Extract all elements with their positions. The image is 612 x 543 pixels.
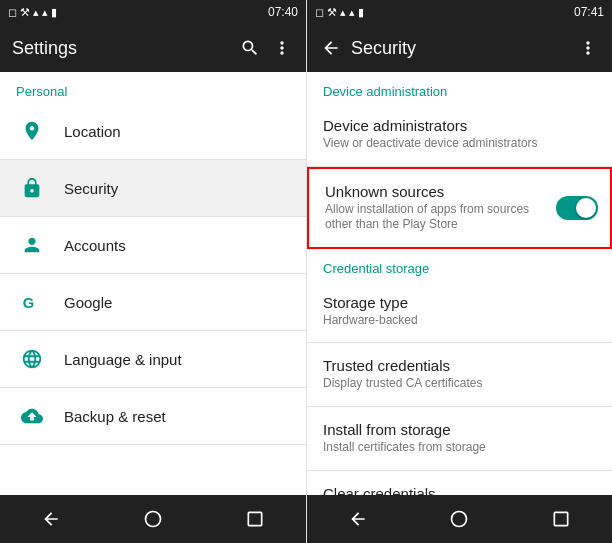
sidebar-item-backup[interactable]: Backup & reset	[0, 388, 306, 445]
wifi-icon-right: ▴	[340, 6, 346, 19]
status-icons-left: ◻ ⚒ ▴ ▴ ▮	[8, 6, 57, 19]
back-button-right[interactable]	[334, 495, 382, 543]
signal-icon-right: ▴	[349, 6, 355, 19]
svg-text:G: G	[23, 295, 34, 311]
lock-icon	[16, 172, 48, 204]
signal-icon: ▴	[42, 6, 48, 19]
recents-button-left[interactable]	[231, 495, 279, 543]
battery-icon-right: ▮	[358, 6, 364, 19]
clear-credentials-item[interactable]: Clear credentials	[307, 471, 612, 495]
recents-button-right[interactable]	[537, 495, 585, 543]
settings-title: Settings	[12, 38, 230, 59]
storage-type-title: Storage type	[323, 294, 596, 311]
language-icon	[16, 343, 48, 375]
search-icon[interactable]	[238, 36, 262, 60]
clear-credentials-title: Clear credentials	[323, 485, 596, 495]
security-panel-title: Security	[351, 38, 568, 59]
location-title: Location	[64, 123, 290, 140]
status-bar-right: ◻ ⚒ ▴ ▴ ▮ 07:41	[307, 0, 612, 24]
unknown-sources-item[interactable]: Unknown sources Allow installation of ap…	[309, 169, 610, 247]
storage-type-subtitle: Hardware-backed	[323, 313, 596, 329]
more-options-icon[interactable]	[270, 36, 294, 60]
security-more-icon[interactable]	[576, 36, 600, 60]
nav-bar-right	[307, 495, 612, 543]
settings-content: Personal Location Security Ac	[0, 72, 306, 495]
security-panel: ◻ ⚒ ▴ ▴ ▮ 07:41 Security Device administ…	[306, 0, 612, 543]
section-personal-label: Personal	[0, 72, 306, 103]
svg-rect-2	[248, 512, 261, 525]
device-admins-item[interactable]: Device administrators View or deactivate…	[307, 103, 612, 167]
storage-type-item[interactable]: Storage type Hardware-backed	[307, 280, 612, 344]
alarm-icon: ⚒	[20, 6, 30, 19]
toggle-knob	[576, 198, 596, 218]
home-button-left[interactable]	[129, 495, 177, 543]
install-storage-subtitle: Install certificates from storage	[323, 440, 596, 456]
unknown-sources-subtitle: Allow installation of apps from sources …	[325, 202, 550, 233]
install-storage-title: Install from storage	[323, 421, 596, 438]
home-button-right[interactable]	[435, 495, 483, 543]
device-admins-subtitle: View or deactivate device administrators	[323, 136, 596, 152]
back-button-left[interactable]	[27, 495, 75, 543]
vibrate-icon: ◻	[315, 6, 324, 19]
trusted-credentials-title: Trusted credentials	[323, 357, 596, 374]
svg-rect-4	[554, 512, 567, 525]
unknown-sources-title: Unknown sources	[325, 183, 550, 200]
unknown-sources-highlight: Unknown sources Allow installation of ap…	[307, 167, 612, 249]
accounts-title: Accounts	[64, 237, 290, 254]
backup-title: Backup & reset	[64, 408, 290, 425]
install-storage-item[interactable]: Install from storage Install certificate…	[307, 407, 612, 471]
status-time-left: 07:40	[268, 5, 298, 19]
backup-icon	[16, 400, 48, 432]
device-admins-title: Device administrators	[323, 117, 596, 134]
sidebar-item-google[interactable]: G Google	[0, 274, 306, 331]
sidebar-item-location[interactable]: Location	[0, 103, 306, 160]
unknown-sources-toggle-wrapper	[556, 196, 598, 220]
svg-point-1	[146, 512, 161, 527]
status-time-right: 07:41	[574, 5, 604, 19]
status-icons-right: ◻ ⚒ ▴ ▴ ▮	[315, 6, 364, 19]
nav-bar-left	[0, 495, 306, 543]
sidebar-item-language[interactable]: Language & input	[0, 331, 306, 388]
google-icon: G	[16, 286, 48, 318]
unknown-sources-toggle[interactable]	[556, 196, 598, 220]
settings-panel: ◻ ⚒ ▴ ▴ ▮ 07:40 Settings Personal	[0, 0, 306, 543]
alarm-icon-right: ⚒	[327, 6, 337, 19]
status-bar-left: ◻ ⚒ ▴ ▴ ▮ 07:40	[0, 0, 306, 24]
location-icon	[16, 115, 48, 147]
language-title: Language & input	[64, 351, 290, 368]
sidebar-item-security[interactable]: Security	[0, 160, 306, 217]
settings-toolbar: Settings	[0, 24, 306, 72]
wifi-icon: ▴	[33, 6, 39, 19]
google-title: Google	[64, 294, 290, 311]
trusted-credentials-item[interactable]: Trusted credentials Display trusted CA c…	[307, 343, 612, 407]
security-toolbar: Security	[307, 24, 612, 72]
svg-point-3	[452, 512, 467, 527]
battery-icon: ▮	[51, 6, 57, 19]
phone-icon: ◻	[8, 6, 17, 19]
trusted-credentials-subtitle: Display trusted CA certificates	[323, 376, 596, 392]
account-icon	[16, 229, 48, 261]
device-admin-label: Device administration	[307, 72, 612, 103]
security-content: Device administration Device administrat…	[307, 72, 612, 495]
security-title: Security	[64, 180, 290, 197]
back-icon-security[interactable]	[319, 36, 343, 60]
credential-storage-label: Credential storage	[307, 249, 612, 280]
sidebar-item-accounts[interactable]: Accounts	[0, 217, 306, 274]
